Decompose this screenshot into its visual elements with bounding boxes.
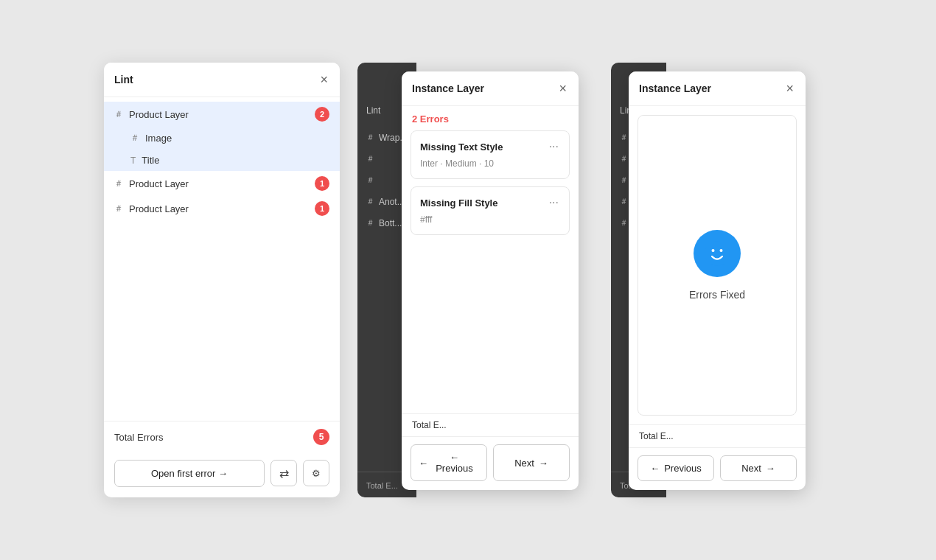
right-next-button[interactable]: Next → — [720, 455, 797, 481]
hash-icon-2: ＃ — [114, 178, 123, 190]
total-errors-label: Total Errors — [114, 432, 163, 443]
right-nav-buttons: ← Previous Next → — [629, 448, 806, 490]
right-next-arrow: → — [766, 463, 775, 474]
error-2-dots-button[interactable]: ··· — [548, 196, 560, 209]
badge-3: 1 — [315, 201, 329, 216]
right-dark-hash-bott: ＃ — [620, 217, 628, 228]
error-card-2-header: Missing Fill Style ··· — [420, 196, 560, 209]
middle-panel-header: Instance Layer × — [402, 71, 579, 106]
refresh-button[interactable]: ⇄ — [270, 460, 297, 486]
svg-point-0 — [705, 241, 730, 266]
right-dark-hash-2: ＃ — [620, 153, 628, 164]
badge-1: 2 — [315, 107, 329, 122]
errors-count-label: 2 Errors — [402, 106, 579, 130]
right-panel-title: Instance Layer — [639, 83, 711, 94]
refresh-icon: ⇄ — [279, 466, 289, 480]
errors-fixed-box: Errors Fixed — [638, 115, 797, 416]
right-dark-hash-1: ＃ — [620, 132, 628, 143]
middle-total-errors-row: Total E... — [402, 414, 579, 437]
middle-panel-wrapper: Lint ＃ Wrap... ＃ ＃ ＃ Anot... ＃ — [357, 63, 593, 497]
right-dark-hash-3: ＃ — [620, 175, 628, 186]
layer-name-title: Title — [142, 155, 329, 166]
middle-panel-title: Instance Layer — [412, 83, 484, 94]
layer-item-product-3[interactable]: ＃ Product Layer 1 — [104, 196, 340, 221]
middle-nav-buttons: ← ← Previous Next → — [402, 437, 579, 490]
left-close-button[interactable]: × — [318, 71, 329, 88]
left-footer: Total Errors 5 Open first error → ⇄ ⚙ — [104, 421, 340, 497]
right-prev-arrow: ← — [650, 463, 660, 474]
error-card-fill-style: Missing Fill Style ··· #fff — [411, 186, 570, 235]
prev-arrow: ← — [419, 458, 428, 469]
middle-total-label: Total E... — [412, 420, 447, 430]
error-1-title: Missing Text Style — [420, 141, 503, 153]
hash-icon-1: ＃ — [114, 108, 123, 121]
error-card-1-header: Missing Text Style ··· — [420, 140, 560, 153]
error-1-subtitle: Inter · Medium · 10 — [420, 158, 494, 169]
filter-icon: ⚙ — [312, 468, 321, 479]
dark-hash-3: ＃ — [366, 175, 374, 186]
right-total-errors-row: Total E... — [629, 425, 806, 448]
error-2-title: Missing Fill Style — [420, 197, 497, 209]
right-close-button[interactable]: × — [784, 80, 795, 97]
smiley-circle — [694, 230, 741, 277]
layer-item-title[interactable]: T Title — [104, 150, 340, 171]
right-dark-hash-anot: ＃ — [620, 196, 628, 207]
right-panel-header: Instance Layer × — [629, 71, 806, 106]
layer-item-product-2[interactable]: ＃ Product Layer 1 — [104, 171, 340, 196]
error-card-text-style: Missing Text Style ··· Inter · Medium · … — [411, 130, 570, 179]
errors-fixed-text: Errors Fixed — [689, 289, 745, 301]
footer-actions: Open first error → ⇄ ⚙ — [104, 452, 340, 497]
next-arrow: → — [539, 458, 548, 469]
left-panel-header: Lint × — [104, 63, 340, 97]
layer-list: ＃ Product Layer 2 ＃ Image T Title ＃ Prod… — [104, 97, 340, 421]
open-first-error-button[interactable]: Open first error → — [114, 460, 265, 487]
middle-previous-button[interactable]: ← ← Previous — [411, 444, 487, 481]
layer-item-product-1[interactable]: ＃ Product Layer 2 — [104, 102, 340, 127]
middle-close-button[interactable]: × — [557, 80, 568, 97]
dark-hash-2: ＃ — [366, 153, 374, 164]
dark-hash-1: ＃ — [366, 132, 374, 143]
left-panel-title: Lint — [114, 74, 133, 85]
right-floating-panel: Instance Layer × Errors Fixed Total E...… — [629, 71, 806, 490]
total-errors-badge: 5 — [313, 429, 329, 445]
filter-button[interactable]: ⚙ — [303, 460, 329, 486]
total-errors-row: Total Errors 5 — [104, 421, 340, 452]
right-total-label: Total E... — [639, 431, 674, 441]
middle-nav-footer: Total E... ← ← Previous Next → — [402, 413, 579, 490]
error-2-subtitle: #fff — [420, 214, 432, 225]
middle-dark-lint-label: Lint — [366, 105, 380, 116]
middle-floating-panel: Instance Layer × 2 Errors Missing Text S… — [402, 71, 579, 490]
badge-2: 1 — [315, 176, 329, 191]
layer-name-3: Product Layer — [129, 203, 309, 214]
dark-hash-bott: ＃ — [366, 217, 374, 228]
right-nav-footer: Total E... ← Previous Next → — [629, 424, 806, 490]
svg-point-2 — [720, 249, 723, 252]
t-icon-title: T — [130, 155, 136, 166]
error-1-dots-button[interactable]: ··· — [548, 140, 560, 153]
smiley-icon — [704, 240, 730, 267]
layer-name-1: Product Layer — [129, 109, 309, 120]
dark-hash-anot: ＃ — [366, 196, 374, 207]
dark-total-label: Total E... — [366, 481, 398, 490]
right-panel-wrapper: Lint ＃ Wrap... ＃ ＃ ＃ Anot... ＃ — [611, 63, 832, 497]
layer-name-image: Image — [145, 133, 329, 144]
right-previous-button[interactable]: ← Previous — [638, 455, 714, 481]
svg-point-1 — [712, 249, 715, 252]
layer-item-image[interactable]: ＃ Image — [104, 127, 340, 150]
hash-icon-image: ＃ — [130, 132, 139, 144]
hash-icon-3: ＃ — [114, 203, 123, 215]
middle-next-button[interactable]: Next → — [493, 444, 570, 481]
layer-name-2: Product Layer — [129, 178, 309, 189]
left-panel: Lint × ＃ Product Layer 2 ＃ Image T Title… — [104, 63, 340, 497]
